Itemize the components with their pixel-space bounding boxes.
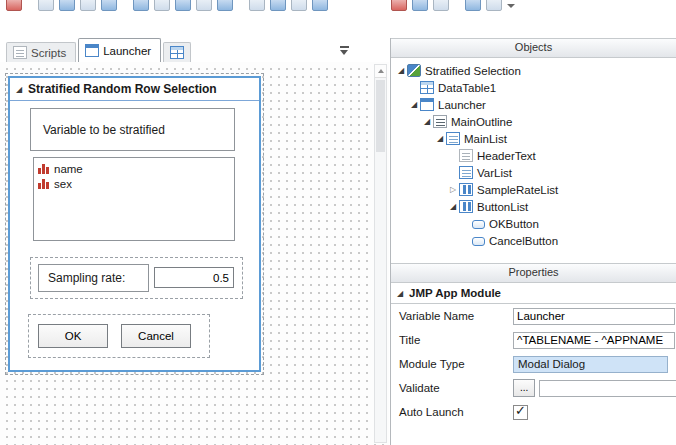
toolbar-icon[interactable] <box>465 0 481 11</box>
expander-icon[interactable] <box>408 96 420 113</box>
tab-module-extra[interactable] <box>163 42 191 62</box>
list-item[interactable]: name <box>34 161 234 176</box>
toolbar-icon[interactable] <box>59 0 75 11</box>
collapse-panel-icon[interactable] <box>340 46 349 56</box>
toolbar-icon[interactable] <box>6 0 22 11</box>
properties-section-header[interactable]: JMP App Module <box>391 283 676 304</box>
tree-label: MainOutline <box>451 116 512 128</box>
module-icon <box>85 44 99 57</box>
property-row: Module Type Modal Dialog <box>391 352 676 376</box>
expander-icon[interactable] <box>434 130 446 147</box>
toolbar-icon[interactable] <box>217 0 233 11</box>
dialog-title: Stratified Random Row Selection <box>28 82 217 96</box>
tab-label: Scripts <box>31 47 66 59</box>
module-type-select[interactable]: Modal Dialog <box>513 356 668 373</box>
tree-label: DataTable1 <box>438 82 496 94</box>
canvas-scrollbar[interactable] <box>374 64 387 443</box>
outline-icon <box>433 115 447 128</box>
tab-label: Launcher <box>103 45 151 57</box>
list-icon <box>459 166 473 179</box>
design-panel: Scripts Launcher Stratified Random Row S… <box>0 38 389 445</box>
toolbar-icon[interactable] <box>433 0 449 11</box>
ok-button[interactable]: OK <box>38 324 108 348</box>
validate-input[interactable] <box>539 380 676 397</box>
tree-row[interactable]: VarList <box>391 164 676 181</box>
property-label: Title <box>399 334 513 346</box>
expander-icon[interactable] <box>447 198 459 215</box>
cancel-button[interactable]: Cancel <box>121 324 191 348</box>
tree-label: MainList <box>464 133 507 145</box>
sampling-rate-input[interactable] <box>154 267 234 288</box>
app-window: Scripts Launcher Stratified Random Row S… <box>0 0 676 445</box>
tree-label: ButtonList <box>477 201 528 213</box>
property-label: Validate <box>399 382 513 394</box>
list-item-label: sex <box>54 178 72 190</box>
tree-row[interactable]: OKButton <box>391 215 676 232</box>
app-icon <box>407 64 421 77</box>
button-group[interactable]: OK Cancel <box>28 314 210 358</box>
scrollbar-thumb[interactable] <box>376 80 385 152</box>
tree-label: HeaderText <box>477 150 536 162</box>
sampling-rate-group[interactable]: Sampling rate: <box>30 257 243 299</box>
tree-row[interactable]: Launcher <box>391 96 676 113</box>
module-tab-icon <box>170 46 184 59</box>
toolbar-icon[interactable] <box>486 0 502 11</box>
toolbar-icon[interactable] <box>38 0 54 11</box>
toolbar-icon[interactable] <box>291 0 307 11</box>
toolbar-icon[interactable] <box>270 0 286 11</box>
toolbar <box>0 0 676 20</box>
tab-scripts[interactable]: Scripts <box>6 42 76 62</box>
toolbar-icon[interactable] <box>101 0 117 11</box>
script-icon <box>13 46 27 59</box>
toolbar-icon[interactable] <box>133 0 149 11</box>
tree-row[interactable]: HeaderText <box>391 147 676 164</box>
tree-row[interactable]: MainOutline <box>391 113 676 130</box>
tab-launcher[interactable]: Launcher <box>78 38 161 62</box>
tree-row[interactable]: MainList <box>391 130 676 147</box>
property-label: Variable Name <box>399 310 513 322</box>
toolbar-icon[interactable] <box>249 0 265 11</box>
disclosure-icon[interactable] <box>394 285 406 302</box>
tree-row[interactable]: SampleRateList <box>391 181 676 198</box>
module-icon <box>420 98 434 111</box>
property-row: Auto Launch <box>391 400 676 424</box>
tab-bar: Scripts Launcher <box>0 38 389 62</box>
toolbar-icon[interactable] <box>196 0 212 11</box>
tree-row[interactable]: Stratified Selection <box>391 62 676 79</box>
design-canvas[interactable]: Stratified Random Row Selection Variable… <box>0 62 389 445</box>
stratify-panel-box[interactable]: Variable to be stratified <box>30 108 235 151</box>
toolbar-icon[interactable] <box>391 0 407 11</box>
disclosure-icon[interactable] <box>13 81 25 98</box>
list-icon <box>446 132 460 145</box>
toolbar-icon[interactable] <box>80 0 96 11</box>
tree-row[interactable]: CancelButton <box>391 232 676 249</box>
toolbar-icon[interactable] <box>312 0 328 11</box>
panel-box-label: Variable to be stratified <box>43 123 165 137</box>
tree-row[interactable]: ButtonList <box>391 198 676 215</box>
variable-listbox[interactable]: name sex <box>33 157 235 241</box>
dialog-outline-header: Stratified Random Row Selection <box>10 78 259 101</box>
validate-browse-button[interactable]: ... <box>513 379 535 397</box>
variable-name-input[interactable] <box>513 308 675 325</box>
auto-launch-checkbox[interactable] <box>513 405 528 420</box>
tree-label: VarList <box>477 167 512 179</box>
tree-label: OKButton <box>489 218 539 230</box>
toolbar-icon[interactable] <box>154 0 170 11</box>
toolbar-overflow-icon[interactable] <box>507 4 515 8</box>
designed-dialog[interactable]: Stratified Random Row Selection Variable… <box>8 76 261 372</box>
properties-panel-header: Properties <box>391 263 676 283</box>
list-item[interactable]: sex <box>34 176 234 191</box>
toolbar-icon[interactable] <box>412 0 428 11</box>
expander-icon[interactable] <box>447 181 459 198</box>
title-input[interactable] <box>513 332 675 349</box>
objects-panel-header: Objects <box>391 38 676 58</box>
tree-row[interactable]: DataTable1 <box>391 79 676 96</box>
expander-icon[interactable] <box>421 113 433 130</box>
toolbar-icon[interactable] <box>175 0 191 11</box>
inspector-panel: Objects Stratified Selection DataTable1 … <box>390 38 676 445</box>
section-title: JMP App Module <box>409 287 501 299</box>
scroll-up-icon[interactable] <box>375 65 386 78</box>
property-row: Title <box>391 328 676 352</box>
expander-icon[interactable] <box>395 62 407 79</box>
text-icon <box>459 149 473 162</box>
